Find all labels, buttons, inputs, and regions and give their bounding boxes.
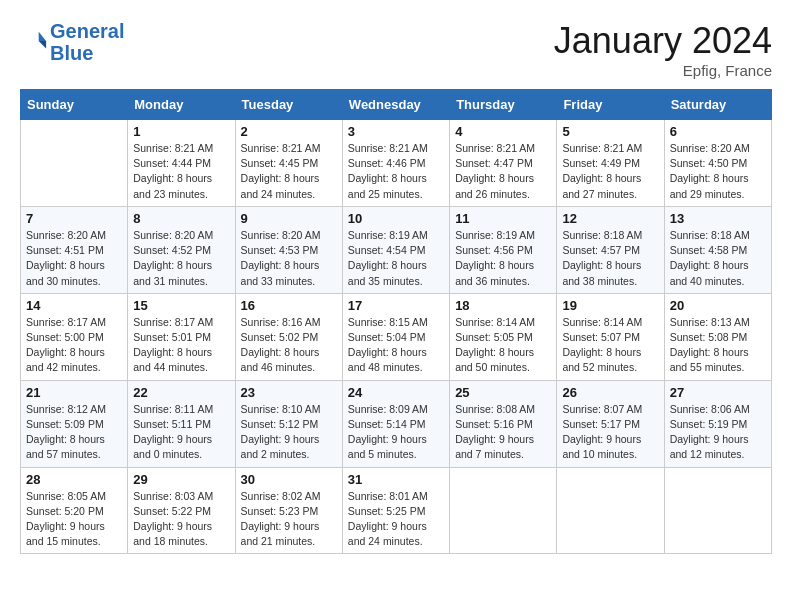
day-info: Sunrise: 8:18 AM Sunset: 4:57 PM Dayligh… (562, 228, 658, 289)
calendar-cell: 3Sunrise: 8:21 AM Sunset: 4:46 PM Daylig… (342, 120, 449, 207)
calendar-cell: 2Sunrise: 8:21 AM Sunset: 4:45 PM Daylig… (235, 120, 342, 207)
calendar-week-row: 28Sunrise: 8:05 AM Sunset: 5:20 PM Dayli… (21, 467, 772, 554)
day-number: 2 (241, 124, 337, 139)
calendar-cell (450, 467, 557, 554)
day-number: 27 (670, 385, 766, 400)
day-info: Sunrise: 8:18 AM Sunset: 4:58 PM Dayligh… (670, 228, 766, 289)
calendar-cell: 17Sunrise: 8:15 AM Sunset: 5:04 PM Dayli… (342, 293, 449, 380)
calendar-cell: 4Sunrise: 8:21 AM Sunset: 4:47 PM Daylig… (450, 120, 557, 207)
day-info: Sunrise: 8:20 AM Sunset: 4:51 PM Dayligh… (26, 228, 122, 289)
day-number: 1 (133, 124, 229, 139)
day-number: 19 (562, 298, 658, 313)
calendar-cell: 27Sunrise: 8:06 AM Sunset: 5:19 PM Dayli… (664, 380, 771, 467)
day-info: Sunrise: 8:21 AM Sunset: 4:47 PM Dayligh… (455, 141, 551, 202)
calendar-cell: 6Sunrise: 8:20 AM Sunset: 4:50 PM Daylig… (664, 120, 771, 207)
day-info: Sunrise: 8:01 AM Sunset: 5:25 PM Dayligh… (348, 489, 444, 550)
weekday-header-tuesday: Tuesday (235, 90, 342, 120)
day-number: 30 (241, 472, 337, 487)
day-info: Sunrise: 8:12 AM Sunset: 5:09 PM Dayligh… (26, 402, 122, 463)
calendar-cell: 23Sunrise: 8:10 AM Sunset: 5:12 PM Dayli… (235, 380, 342, 467)
calendar-cell: 30Sunrise: 8:02 AM Sunset: 5:23 PM Dayli… (235, 467, 342, 554)
day-number: 16 (241, 298, 337, 313)
day-info: Sunrise: 8:17 AM Sunset: 5:00 PM Dayligh… (26, 315, 122, 376)
day-number: 18 (455, 298, 551, 313)
day-number: 31 (348, 472, 444, 487)
calendar-cell: 26Sunrise: 8:07 AM Sunset: 5:17 PM Dayli… (557, 380, 664, 467)
day-number: 12 (562, 211, 658, 226)
calendar-week-row: 1Sunrise: 8:21 AM Sunset: 4:44 PM Daylig… (21, 120, 772, 207)
day-info: Sunrise: 8:16 AM Sunset: 5:02 PM Dayligh… (241, 315, 337, 376)
day-number: 28 (26, 472, 122, 487)
calendar-cell: 15Sunrise: 8:17 AM Sunset: 5:01 PM Dayli… (128, 293, 235, 380)
calendar-cell: 29Sunrise: 8:03 AM Sunset: 5:22 PM Dayli… (128, 467, 235, 554)
calendar-cell: 10Sunrise: 8:19 AM Sunset: 4:54 PM Dayli… (342, 206, 449, 293)
day-number: 29 (133, 472, 229, 487)
calendar-cell: 22Sunrise: 8:11 AM Sunset: 5:11 PM Dayli… (128, 380, 235, 467)
calendar-cell: 12Sunrise: 8:18 AM Sunset: 4:57 PM Dayli… (557, 206, 664, 293)
day-info: Sunrise: 8:21 AM Sunset: 4:45 PM Dayligh… (241, 141, 337, 202)
day-number: 22 (133, 385, 229, 400)
weekday-header-thursday: Thursday (450, 90, 557, 120)
calendar-cell: 21Sunrise: 8:12 AM Sunset: 5:09 PM Dayli… (21, 380, 128, 467)
calendar-cell: 16Sunrise: 8:16 AM Sunset: 5:02 PM Dayli… (235, 293, 342, 380)
day-number: 14 (26, 298, 122, 313)
day-number: 20 (670, 298, 766, 313)
day-number: 25 (455, 385, 551, 400)
day-number: 15 (133, 298, 229, 313)
day-info: Sunrise: 8:13 AM Sunset: 5:08 PM Dayligh… (670, 315, 766, 376)
day-info: Sunrise: 8:21 AM Sunset: 4:44 PM Dayligh… (133, 141, 229, 202)
day-info: Sunrise: 8:11 AM Sunset: 5:11 PM Dayligh… (133, 402, 229, 463)
day-number: 17 (348, 298, 444, 313)
calendar-cell (21, 120, 128, 207)
page-header: General Blue January 2024 Epfig, France (20, 20, 772, 79)
day-number: 10 (348, 211, 444, 226)
day-info: Sunrise: 8:10 AM Sunset: 5:12 PM Dayligh… (241, 402, 337, 463)
weekday-header-wednesday: Wednesday (342, 90, 449, 120)
calendar-cell: 25Sunrise: 8:08 AM Sunset: 5:16 PM Dayli… (450, 380, 557, 467)
day-info: Sunrise: 8:02 AM Sunset: 5:23 PM Dayligh… (241, 489, 337, 550)
calendar-cell: 14Sunrise: 8:17 AM Sunset: 5:00 PM Dayli… (21, 293, 128, 380)
day-number: 6 (670, 124, 766, 139)
day-info: Sunrise: 8:05 AM Sunset: 5:20 PM Dayligh… (26, 489, 122, 550)
logo: General Blue (20, 20, 124, 64)
calendar-cell: 11Sunrise: 8:19 AM Sunset: 4:56 PM Dayli… (450, 206, 557, 293)
svg-marker-1 (39, 41, 46, 48)
calendar-cell: 28Sunrise: 8:05 AM Sunset: 5:20 PM Dayli… (21, 467, 128, 554)
calendar-cell: 18Sunrise: 8:14 AM Sunset: 5:05 PM Dayli… (450, 293, 557, 380)
day-number: 11 (455, 211, 551, 226)
svg-marker-0 (39, 32, 46, 41)
calendar-week-row: 7Sunrise: 8:20 AM Sunset: 4:51 PM Daylig… (21, 206, 772, 293)
day-info: Sunrise: 8:14 AM Sunset: 5:07 PM Dayligh… (562, 315, 658, 376)
day-number: 7 (26, 211, 122, 226)
day-number: 24 (348, 385, 444, 400)
day-number: 13 (670, 211, 766, 226)
calendar-cell: 1Sunrise: 8:21 AM Sunset: 4:44 PM Daylig… (128, 120, 235, 207)
day-info: Sunrise: 8:14 AM Sunset: 5:05 PM Dayligh… (455, 315, 551, 376)
day-info: Sunrise: 8:20 AM Sunset: 4:53 PM Dayligh… (241, 228, 337, 289)
logo-line2: Blue (50, 42, 124, 64)
weekday-header-saturday: Saturday (664, 90, 771, 120)
day-info: Sunrise: 8:20 AM Sunset: 4:52 PM Dayligh… (133, 228, 229, 289)
day-number: 8 (133, 211, 229, 226)
calendar-cell: 9Sunrise: 8:20 AM Sunset: 4:53 PM Daylig… (235, 206, 342, 293)
calendar-cell: 7Sunrise: 8:20 AM Sunset: 4:51 PM Daylig… (21, 206, 128, 293)
day-number: 4 (455, 124, 551, 139)
day-info: Sunrise: 8:17 AM Sunset: 5:01 PM Dayligh… (133, 315, 229, 376)
day-info: Sunrise: 8:07 AM Sunset: 5:17 PM Dayligh… (562, 402, 658, 463)
day-number: 3 (348, 124, 444, 139)
month-title: January 2024 (554, 20, 772, 62)
day-number: 21 (26, 385, 122, 400)
day-info: Sunrise: 8:19 AM Sunset: 4:54 PM Dayligh… (348, 228, 444, 289)
calendar-cell: 5Sunrise: 8:21 AM Sunset: 4:49 PM Daylig… (557, 120, 664, 207)
weekday-header-monday: Monday (128, 90, 235, 120)
calendar-week-row: 21Sunrise: 8:12 AM Sunset: 5:09 PM Dayli… (21, 380, 772, 467)
calendar-cell (664, 467, 771, 554)
day-info: Sunrise: 8:09 AM Sunset: 5:14 PM Dayligh… (348, 402, 444, 463)
day-info: Sunrise: 8:08 AM Sunset: 5:16 PM Dayligh… (455, 402, 551, 463)
calendar-cell (557, 467, 664, 554)
day-info: Sunrise: 8:20 AM Sunset: 4:50 PM Dayligh… (670, 141, 766, 202)
calendar-cell: 20Sunrise: 8:13 AM Sunset: 5:08 PM Dayli… (664, 293, 771, 380)
title-block: January 2024 Epfig, France (554, 20, 772, 79)
day-info: Sunrise: 8:21 AM Sunset: 4:49 PM Dayligh… (562, 141, 658, 202)
day-number: 23 (241, 385, 337, 400)
